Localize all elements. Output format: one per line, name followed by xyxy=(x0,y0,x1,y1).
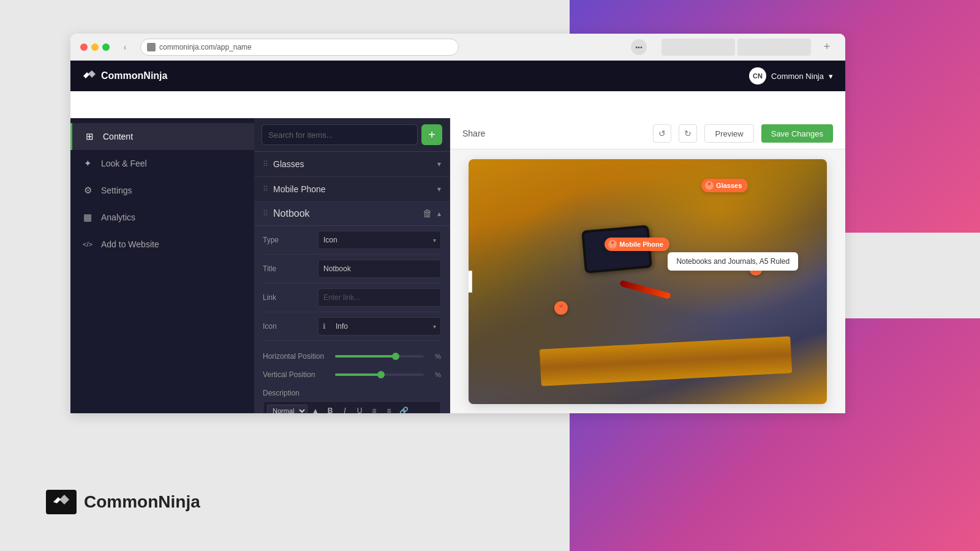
items-list: ⠿ Glasses ▾ ⠿ Mobile Phone ▾ xyxy=(254,152,450,413)
icon-field: Icon ℹ Info ▾ xyxy=(263,312,441,341)
bottom-logo-area: CommonNinja xyxy=(46,490,200,514)
title-label: Title xyxy=(263,264,312,273)
vertical-slider-thumb[interactable] xyxy=(377,371,385,378)
browser-window: ‹ commoninja.com/app_name ••• + Common xyxy=(70,34,845,413)
user-name: Common Ninja xyxy=(771,72,824,81)
annotation-pin-circle[interactable]: 📍 xyxy=(554,301,568,315)
description-label: Description xyxy=(263,389,441,397)
sliders-section: Horizontal Position % Vertical Position xyxy=(254,347,450,384)
pen-shape xyxy=(619,280,671,299)
browser-tabs xyxy=(662,39,811,56)
sidebar-item-settings[interactable]: ⚙ Settings xyxy=(70,177,254,204)
horizontal-slider-fill xyxy=(335,355,396,358)
traffic-light-green[interactable] xyxy=(102,43,110,51)
icon-select-chevron: ▾ xyxy=(433,323,436,330)
toolbar-link-btn[interactable]: 🔗 xyxy=(397,404,410,413)
traffic-light-yellow[interactable] xyxy=(91,43,99,51)
browser-add-tab-button[interactable]: + xyxy=(818,39,835,56)
preview-button[interactable]: Preview xyxy=(704,124,753,143)
traffic-light-red[interactable] xyxy=(80,43,88,51)
sidebar-item-content[interactable]: ⊞ Content xyxy=(70,123,254,150)
vertical-position-field: Vertical Position % xyxy=(263,365,441,384)
toolbar-underline-btn[interactable]: U xyxy=(353,404,366,413)
drag-icon-glasses: ⠿ xyxy=(263,160,268,168)
content-panel: + ⠿ Glasses ▾ ⠿ xyxy=(254,118,450,413)
phone-annotation-label: Mobile Phone xyxy=(619,241,663,248)
list-item-mobile-phone-header[interactable]: ⠿ Mobile Phone ▾ xyxy=(254,177,450,201)
browser-more-button[interactable]: ••• xyxy=(631,39,647,55)
type-select[interactable]: Icon xyxy=(318,231,441,249)
main-layout: ⊞ Content ✦ Look & Feel ⚙ Settings xyxy=(70,118,845,413)
app-header: CommonNinja CN Common Ninja ▾ xyxy=(70,61,845,91)
link-field: Link xyxy=(263,283,441,312)
user-menu[interactable]: CN Common Ninja ▾ xyxy=(749,67,833,84)
toolbar-font-size-btn[interactable]: ▲ xyxy=(309,404,322,413)
user-dropdown-icon: ▾ xyxy=(829,72,833,81)
glasses-annotation-label: Glasses xyxy=(716,182,742,189)
horizontal-label: Horizontal Position xyxy=(263,352,330,361)
sidebar-item-analytics-label: Analytics xyxy=(101,212,135,222)
icon-select-display[interactable]: ℹ Info xyxy=(318,317,441,335)
vertical-label: Vertical Position xyxy=(263,370,330,379)
browser-address-bar: commoninja.com/app_name xyxy=(140,39,459,56)
horizontal-slider-thumb[interactable] xyxy=(392,353,399,360)
list-item-notbook: ⠿ Notbook 🗑 ▴ Type xyxy=(254,202,450,413)
list-item-glasses-header[interactable]: ⠿ Glasses ▾ xyxy=(254,152,450,176)
pin-circle-icon: 📍 xyxy=(557,304,565,312)
app-header-wrapper: CommonNinja CN Common Ninja ▾ xyxy=(70,61,845,91)
vertical-slider-track xyxy=(335,373,424,376)
header-logo-text: CommonNinja xyxy=(101,70,167,81)
content-panel-header: + xyxy=(254,118,450,152)
toolbar-italic-btn[interactable]: I xyxy=(338,404,352,413)
icon-select-wrapper: ℹ Info ▾ xyxy=(318,317,441,335)
drag-icon-phone: ⠿ xyxy=(263,185,268,193)
notbook-expanded-header: ⠿ Notbook 🗑 ▴ xyxy=(254,202,450,226)
description-section: Description Normal ▲ B I U ≡ ≡ xyxy=(254,384,450,413)
notbook-form: Type Icon ▾ Title xyxy=(254,226,450,347)
traffic-lights xyxy=(80,43,110,51)
notbook-chevron[interactable]: ▴ xyxy=(437,209,441,218)
browser-tab-2[interactable] xyxy=(737,39,811,56)
undo-button[interactable]: ↺ xyxy=(653,124,671,143)
format-select[interactable]: Normal xyxy=(267,405,307,413)
sidebar: ⊞ Content ✦ Look & Feel ⚙ Settings xyxy=(70,118,254,413)
header-logo-icon xyxy=(83,70,96,81)
share-label: Share xyxy=(462,129,485,138)
save-changes-button[interactable]: Save Changes xyxy=(761,124,833,143)
title-input[interactable] xyxy=(318,260,441,278)
icon-select-value: Info xyxy=(336,322,348,331)
browser-tab-1[interactable] xyxy=(662,39,735,56)
type-select-wrapper: Icon ▾ xyxy=(318,231,441,249)
toolbar-list-btn[interactable]: ≡ xyxy=(368,404,381,413)
editor-canvas: 📍 Glasses 📍 Mobile Phone ℹ xyxy=(450,149,845,413)
bag-strap xyxy=(540,336,792,386)
sidebar-item-look-feel-label: Look & Feel xyxy=(101,159,147,168)
browser-titlebar: ‹ commoninja.com/app_name ••• + xyxy=(70,34,845,61)
toolbar-bold-btn[interactable]: B xyxy=(323,404,337,413)
phone-pin-icon: 📍 xyxy=(608,240,617,249)
editor-area: Share ↺ ↻ Preview Save Changes xyxy=(450,118,845,413)
browser-url: commoninja.com/app_name xyxy=(159,43,252,51)
search-input[interactable] xyxy=(262,124,418,145)
sidebar-item-content-label: Content xyxy=(103,132,133,141)
phone-chevron: ▾ xyxy=(437,185,441,193)
app-header-logo: CommonNinja xyxy=(83,70,167,81)
sidebar-item-add-website[interactable]: </> Add to Website xyxy=(70,231,254,258)
horizontal-position-field: Horizontal Position % xyxy=(263,347,441,365)
vertical-percent: % xyxy=(429,371,441,378)
glasses-pin-icon: 📍 xyxy=(705,181,714,190)
collapse-panel-button[interactable]: ‹ xyxy=(469,271,472,293)
bottom-logo-bold: Ninja xyxy=(158,492,200,511)
sidebar-nav: ⊞ Content ✦ Look & Feel ⚙ Settings xyxy=(70,118,254,413)
add-item-button[interactable]: + xyxy=(421,124,442,145)
toolbar-bullet-btn[interactable]: ≡ xyxy=(382,404,396,413)
browser-back-button[interactable]: ‹ xyxy=(117,39,133,55)
content-icon: ⊞ xyxy=(83,130,96,143)
link-input[interactable] xyxy=(318,288,441,307)
annotation-glasses[interactable]: 📍 Glasses xyxy=(701,179,748,192)
redo-button[interactable]: ↻ xyxy=(679,124,697,143)
sidebar-item-analytics[interactable]: ▦ Analytics xyxy=(70,204,254,231)
delete-notbook-icon[interactable]: 🗑 xyxy=(423,208,432,219)
annotation-mobile-phone[interactable]: 📍 Mobile Phone xyxy=(605,238,669,251)
sidebar-item-look-feel[interactable]: ✦ Look & Feel xyxy=(70,150,254,177)
